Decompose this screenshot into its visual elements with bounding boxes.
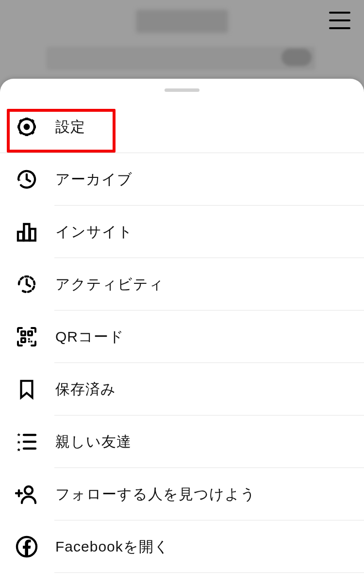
svg-point-22 [25,486,33,494]
search-button-blurred [281,49,312,66]
gear-icon [15,115,39,139]
logo-blurred [136,10,228,33]
svg-rect-18 [28,341,30,343]
svg-line-6 [20,120,22,122]
bottom-sheet: 設定 アーカイブ インサイト [0,79,364,588]
search-blurred [46,47,315,70]
facebook-icon [15,535,39,559]
menu-item-label: 親しい友達 [55,432,132,452]
svg-rect-12 [30,229,35,241]
svg-line-8 [20,132,22,134]
svg-rect-17 [31,341,33,343]
menu-item-open-facebook[interactable]: Facebookを開く [0,520,364,573]
menu-item-activity[interactable]: アクティビティ [0,258,364,311]
svg-rect-13 [21,331,25,335]
menu-item-qr-code[interactable]: QRコード [0,311,364,363]
menu-item-label: フォローする人を見つけよう [55,484,256,504]
history-icon [15,167,39,191]
add-person-icon [15,482,39,506]
menu-item-label: Facebookを開く [55,537,169,557]
menu-item-label: インサイト [55,222,133,242]
svg-rect-16 [28,338,30,340]
activity-icon [15,272,39,296]
svg-rect-11 [24,224,29,241]
menu-list: 設定 アーカイブ インサイト [0,101,364,573]
hamburger-menu-icon[interactable] [329,12,350,29]
menu-item-label: 保存済み [55,380,116,399]
header-bar [0,0,364,43]
bar-chart-icon [15,220,39,244]
qr-code-icon [15,325,39,349]
svg-rect-14 [28,331,32,335]
menu-item-discover-people[interactable]: フォローする人を見つけよう [0,468,364,520]
menu-item-label: QRコード [55,327,124,347]
svg-line-7 [32,132,33,134]
svg-point-1 [24,124,30,130]
menu-item-insights[interactable]: インサイト [0,206,364,258]
menu-item-saved[interactable]: 保存済み [0,363,364,415]
favorites-list-icon [15,430,39,454]
menu-item-label: 設定 [55,117,85,137]
bookmark-icon [15,377,39,401]
divider [54,572,364,573]
menu-item-close-friends[interactable]: 親しい友達 [0,415,364,468]
sheet-grabber[interactable] [165,88,199,92]
svg-rect-10 [18,232,23,241]
menu-item-settings[interactable]: 設定 [0,101,364,153]
menu-item-archive[interactable]: アーカイブ [0,153,364,206]
menu-item-label: アクティビティ [55,275,164,294]
menu-item-label: アーカイブ [55,170,132,190]
svg-rect-15 [21,338,25,342]
svg-line-9 [32,120,33,122]
